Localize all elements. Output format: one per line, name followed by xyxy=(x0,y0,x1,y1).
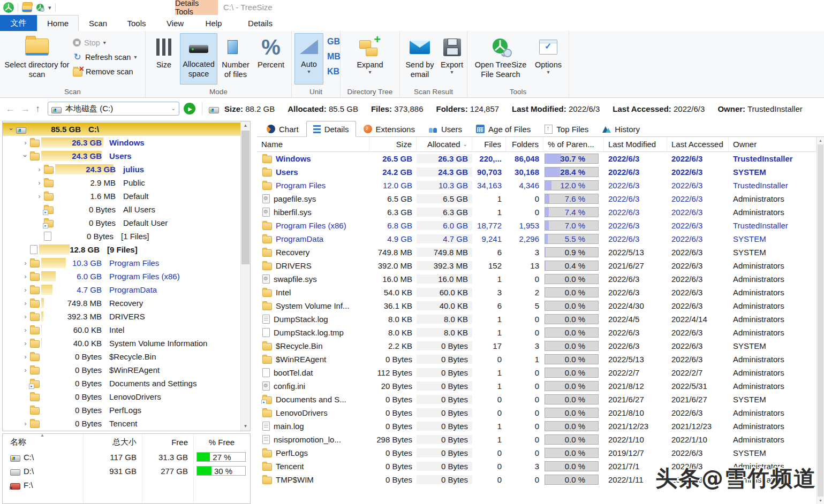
menu-tab-Details[interactable]: Details xyxy=(239,15,282,31)
tree-row[interactable]: › 392.3 MB DRIVERS xyxy=(3,310,240,323)
menu-tab-文件[interactable]: 文件 xyxy=(0,15,37,31)
table-row[interactable]: DumpStack.log 8.0 KB 8.0 KB 1 0 0.0 % 20… xyxy=(257,312,817,326)
drive-combobox[interactable]: 本地磁盘 (C:) ⌄ xyxy=(48,102,179,116)
table-row[interactable]: $WinREAgent 0 Bytes 0 Bytes 0 1 0.0 % 20… xyxy=(257,353,817,366)
up-button[interactable]: ↑ xyxy=(35,103,40,114)
scroll-up-arrow[interactable]: ▲ xyxy=(241,121,250,130)
chevron-collapsed-icon[interactable]: › xyxy=(21,139,30,147)
forward-button[interactable]: → xyxy=(20,103,30,114)
chevron-collapsed-icon[interactable]: › xyxy=(21,339,30,347)
tree-row[interactable]: › 26.3 GB Windows xyxy=(3,136,240,149)
tab-history[interactable]: History xyxy=(596,121,646,136)
auto-unit-button[interactable]: Auto ▾ xyxy=(294,33,323,85)
drive-row[interactable]: C:\ 117 GB 31.3 GB 27 % xyxy=(3,450,250,464)
customize-toolbar-caret[interactable]: ▾ xyxy=(48,4,51,11)
tree-row[interactable]: › 0 Bytes $Recycle.Bin xyxy=(3,350,240,363)
details-col-lastmodified[interactable]: Last Modified xyxy=(604,137,667,151)
tree-row[interactable]: › 10.3 GB Program Files xyxy=(3,256,240,270)
chevron-collapsed-icon[interactable]: › xyxy=(21,272,30,280)
send-by-email-button[interactable]: Send by email xyxy=(402,34,437,79)
tab-details[interactable]: Details xyxy=(306,121,356,137)
table-row[interactable]: DRIVERS 392.0 MB 392.3 MB 152 13 0.4 % 2… xyxy=(257,259,817,272)
details-col-size[interactable]: Size xyxy=(369,137,417,151)
expand-button[interactable]: + Expand ▾ xyxy=(350,34,390,75)
chevron-collapsed-icon[interactable]: › xyxy=(21,419,30,427)
table-row[interactable]: hiberfil.sys 6.3 GB 6.3 GB 1 0 7.4 % 202… xyxy=(257,205,817,219)
tab-chart[interactable]: Chart xyxy=(260,121,305,136)
tree-scrollbar[interactable]: ▲ ▼ xyxy=(240,121,250,431)
tree-row[interactable]: › 24.3 GB Users xyxy=(3,149,240,163)
tree-row[interactable]: 12.8 GB [9 Files] xyxy=(3,243,240,256)
tree-row[interactable]: 0 Bytes LenovoDrivers xyxy=(3,390,240,403)
table-row[interactable]: Windows 26.5 GB 26.3 GB 220,... 86,048 3… xyxy=(257,152,817,165)
chevron-collapsed-icon[interactable]: › xyxy=(35,165,44,173)
details-col-files[interactable]: Files xyxy=(472,137,506,151)
tab-users[interactable]: Users xyxy=(422,121,468,136)
table-row[interactable]: PerfLogs 0 Bytes 0 Bytes 0 0 0.0 % 2019/… xyxy=(257,446,817,460)
table-row[interactable]: nsispromotion_lo... 298 Bytes 0 Bytes 1 … xyxy=(257,433,817,446)
gb-unit-button[interactable]: GB xyxy=(325,34,341,49)
chevron-collapsed-icon[interactable]: › xyxy=(35,192,44,200)
remove-scan-button[interactable]: Remove scan xyxy=(73,64,137,79)
table-row[interactable]: DumpStack.log.tmp 8.0 KB 8.0 KB 1 0 0.0 … xyxy=(257,326,817,339)
start-scan-button[interactable]: ▶ xyxy=(184,103,195,114)
drives-col-pctfree[interactable]: % Free xyxy=(193,438,250,447)
tree-row[interactable]: 0 Bytes Default User xyxy=(3,216,240,230)
refresh-scan-button[interactable]: ↻ Refresh scan▾ xyxy=(73,50,137,64)
table-row[interactable]: Recovery 749.8 MB 749.8 MB 6 3 0.9 % 202… xyxy=(257,246,817,259)
options-button[interactable]: Options ▾ xyxy=(532,34,565,75)
table-row[interactable]: main.log 0 Bytes 0 Bytes 1 0 0.0 % 2021/… xyxy=(257,419,817,433)
chevron-collapsed-icon[interactable]: › xyxy=(21,259,30,267)
tree-row[interactable]: › 40.0 KB System Volume Information xyxy=(3,337,240,350)
allocated-space-button[interactable]: Allocated space xyxy=(180,33,217,85)
tree-row[interactable]: 0 Bytes PerfLogs xyxy=(3,403,240,417)
tree-row[interactable]: › 24.3 GB julius xyxy=(3,163,240,176)
tab-age-of-files[interactable]: Age of Files xyxy=(470,121,537,136)
chevron-expanded-icon[interactable]: › xyxy=(21,151,29,161)
drives-col-total[interactable]: 总大小 xyxy=(83,437,142,447)
tree-row[interactable]: › 1.6 MB Default xyxy=(3,189,240,203)
tab-top-files[interactable]: Top Files xyxy=(538,121,595,136)
table-row[interactable]: $Recycle.Bin 2.2 KB 0 Bytes 17 3 0.0 % 2… xyxy=(257,339,817,353)
menu-tab-Scan[interactable]: Scan xyxy=(79,15,117,31)
table-row[interactable]: swapfile.sys 16.0 MB 16.0 MB 1 0 0.0 % 2… xyxy=(257,272,817,286)
back-button[interactable]: ← xyxy=(5,103,15,114)
tree-row[interactable]: › 4.7 GB ProgramData xyxy=(3,283,240,296)
table-row[interactable]: LenovoDrivers 0 Bytes 0 Bytes 0 0 0.0 % … xyxy=(257,406,817,419)
tree-row[interactable]: › 6.0 GB Program Files (x86) xyxy=(3,270,240,283)
select-directory-quick-icon[interactable] xyxy=(22,5,32,12)
tree-row[interactable]: › 749.8 MB Recovery xyxy=(3,296,240,310)
chevron-collapsed-icon[interactable]: › xyxy=(21,366,30,374)
stop-button[interactable]: Stop▾ xyxy=(73,35,137,50)
table-row[interactable]: Program Files (x86) 6.8 GB 6.0 GB 18,772… xyxy=(257,219,817,232)
tree-row[interactable]: 0 Bytes Documents and Settings xyxy=(3,377,240,390)
file-search-quick-icon[interactable] xyxy=(36,3,44,12)
table-row[interactable]: ProgramData 4.9 GB 4.7 GB 9,241 2,296 5.… xyxy=(257,232,817,246)
scrollbar-thumb[interactable] xyxy=(818,144,823,497)
scroll-up-arrow[interactable]: ▲ xyxy=(817,137,824,144)
menu-tab-Tools[interactable]: Tools xyxy=(117,15,156,31)
table-row[interactable]: config.ini 20 Bytes 0 Bytes 1 0 0.0 % 20… xyxy=(257,379,817,393)
size-mode-button[interactable]: Size xyxy=(150,34,178,70)
tree-row[interactable]: › 85.5 GB C:\ xyxy=(3,123,240,136)
details-col-allocated[interactable]: Allocated⌄ xyxy=(417,137,472,151)
table-row[interactable]: Users 24.2 GB 24.3 GB 90,703 30,168 28.4… xyxy=(257,165,817,179)
scroll-down-arrow[interactable]: ▼ xyxy=(817,497,824,504)
export-button[interactable]: Export ▾ xyxy=(439,34,465,75)
tree-row[interactable]: › 0 Bytes Tencent xyxy=(3,417,240,430)
table-row[interactable]: Intel 54.0 KB 60.0 KB 3 2 0.0 % 2022/6/3… xyxy=(257,286,817,299)
open-file-search-button[interactable]: Open TreeSize File Search xyxy=(471,34,531,79)
tree-row[interactable]: › 0 Bytes $WinREAgent xyxy=(3,363,240,377)
details-col-lastaccessed[interactable]: Last Accessed xyxy=(667,137,729,151)
chevron-collapsed-icon[interactable]: › xyxy=(21,299,30,307)
number-of-files-button[interactable]: Number of files xyxy=(218,34,253,79)
drive-row[interactable]: D:\ 931 GB 277 GB 30 % xyxy=(3,464,250,478)
details-col-name[interactable]: Name xyxy=(257,137,369,151)
chevron-expanded-icon[interactable]: › xyxy=(7,125,16,134)
scroll-down-arrow[interactable]: ▼ xyxy=(241,422,250,431)
chevron-collapsed-icon[interactable]: › xyxy=(21,353,30,361)
drive-row[interactable]: F:\ xyxy=(3,478,250,492)
details-scrollbar[interactable]: ▲ ▼ xyxy=(817,137,824,504)
table-row[interactable]: bootTel.dat 112 Bytes 0 Bytes 1 0 0.0 % … xyxy=(257,366,817,379)
tree-row[interactable]: 0 Bytes [1 Files] xyxy=(3,230,240,243)
